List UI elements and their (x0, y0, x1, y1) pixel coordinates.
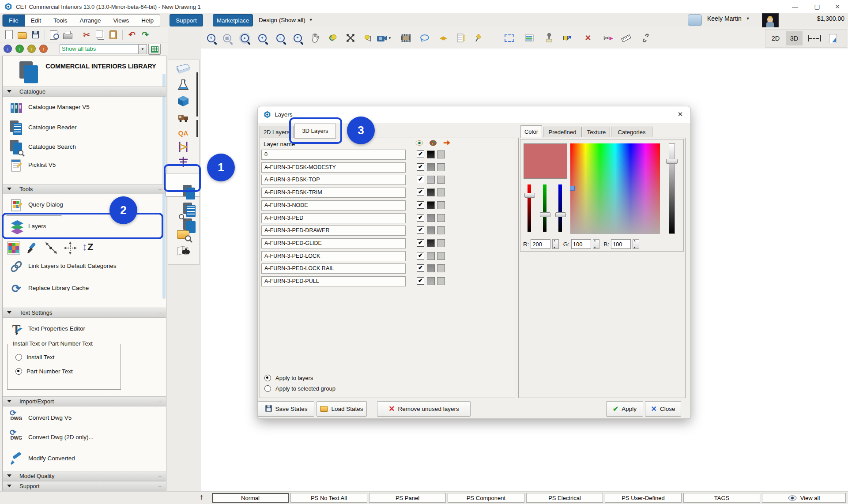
layer-name-field[interactable]: A-FURN-3-FDSK-TRIM (261, 188, 406, 198)
sidebar-item-catalogue-search[interactable]: Catalogue Search (3, 138, 166, 158)
layer-name-field[interactable]: 0 (261, 150, 406, 160)
layer-visible-checkbox[interactable]: ✔ (417, 163, 424, 171)
load-states-button[interactable]: Load States (317, 401, 367, 417)
layer-color-swatch[interactable] (427, 214, 435, 222)
status-filter-ps-electrical[interactable]: PS Electrical (526, 493, 603, 503)
menu-help[interactable]: Help (135, 15, 160, 26)
strip-tab-book-binoculars[interactable] (170, 244, 197, 259)
layer-row[interactable]: A-FURN-3-PED-GLIDE✔ (261, 238, 513, 249)
sidebar-item-link-layers[interactable]: Link Layers to Default Categories (3, 257, 166, 277)
save-states-button[interactable]: Save States (258, 401, 314, 417)
layer-visible-checkbox[interactable]: ✔ (417, 214, 424, 222)
lasso-select-icon[interactable] (418, 32, 431, 44)
unlink-chain-icon[interactable] (639, 32, 652, 44)
undo-icon[interactable]: ↶ (127, 30, 137, 40)
red-slider-handle[interactable] (524, 193, 535, 198)
node-snap-icon[interactable] (45, 241, 58, 256)
zoom-out-icon[interactable]: − (274, 32, 287, 44)
status-filter-ps-component[interactable]: PS Component (448, 493, 524, 503)
zoom-previous-icon[interactable]: ± (291, 32, 304, 44)
g-input[interactable] (571, 239, 591, 249)
camera-snapshot-button[interactable] (688, 14, 702, 26)
print-preview-icon[interactable] (49, 30, 60, 40)
layer-material-swatch[interactable] (437, 163, 445, 171)
open-folder-icon[interactable] (17, 30, 27, 40)
select-marquee-icon[interactable] (503, 32, 516, 44)
g-spinner[interactable] (593, 239, 599, 249)
strip-tab-folder-search[interactable] (170, 227, 197, 242)
layer-row[interactable]: 0✔ (261, 150, 513, 161)
delete-red-x-icon[interactable]: × (581, 32, 595, 44)
layer-row[interactable]: A-FURN-3-PED✔ (261, 213, 513, 224)
view-all-button[interactable]: View all (762, 493, 846, 503)
layer-material-swatch[interactable] (437, 188, 445, 196)
eyedropper-icon[interactable] (26, 241, 39, 256)
pushpin-icon[interactable] (472, 32, 485, 44)
zoom-extents-icon[interactable]: ⌕ (238, 32, 251, 44)
layer-material-swatch[interactable] (437, 226, 445, 234)
layer-row[interactable]: A-FURN-3-PED-DRAWER✔ (261, 226, 513, 237)
move-resize-icon[interactable]: ↗ (562, 32, 575, 44)
zoom-pages-icon[interactable]: ▦ (220, 32, 234, 44)
apply-button[interactable]: ✔ Apply (606, 401, 643, 417)
sidebar-item-convert-dwg-v5[interactable]: DWG⟳ Convert Dwg V5 (3, 409, 166, 429)
layer-row[interactable]: A-FURN-3-PED-PULL✔ (261, 276, 513, 287)
blue-slider[interactable] (558, 184, 562, 232)
radio-apply-to-selected-group[interactable]: Apply to selected group (264, 385, 335, 392)
redo-icon[interactable]: ↷ (140, 30, 151, 40)
paste-icon[interactable] (108, 30, 118, 40)
walk-view-icon[interactable]: ◁ (362, 32, 375, 44)
menu-tools[interactable]: Tools (47, 15, 74, 26)
layer-color-swatch[interactable] (427, 188, 435, 196)
strip-tab-train[interactable] (170, 110, 197, 126)
layer-visible-checkbox[interactable]: ✔ (417, 252, 424, 260)
camera-view-icon[interactable]: ▼ (377, 32, 391, 44)
render-film-icon[interactable] (399, 32, 412, 44)
measure-ruler-icon[interactable] (619, 32, 633, 44)
layer-material-swatch[interactable] (437, 277, 445, 285)
menu-arrange[interactable]: Arrange (74, 15, 107, 26)
collapse-blue-icon[interactable]: ↓ (4, 45, 12, 53)
strip-tab-catalogue-search[interactable] (170, 211, 197, 226)
menu-edit[interactable]: Edit (25, 15, 47, 26)
b-input[interactable] (611, 239, 631, 249)
select-list-icon[interactable] (523, 32, 536, 44)
r-input[interactable] (531, 239, 550, 249)
radio-part-number-text[interactable]: Part Number Text (15, 368, 73, 375)
section-catalogue[interactable]: Catalogue → (3, 87, 166, 97)
green-slider[interactable] (543, 184, 546, 232)
layer-row[interactable]: A-FURN-3-FDSK-TOP✔ (261, 175, 513, 186)
up-arrow-icon[interactable]: ↑ (200, 493, 204, 502)
layer-color-swatch[interactable] (427, 252, 435, 260)
dialog-close-icon[interactable]: ✕ (675, 110, 685, 119)
cut-icon[interactable]: ✂ (81, 30, 92, 40)
layer-row[interactable]: A-FURN-3-PED-LOCK RAIL✔ (261, 263, 513, 275)
flip-arrows-icon[interactable]: ◀▶ (437, 32, 450, 44)
hue-gradient-field[interactable] (570, 143, 660, 234)
layer-material-swatch[interactable] (437, 150, 445, 158)
show-all-tabs-select[interactable]: Show all tabs (60, 44, 143, 53)
layer-row[interactable]: A-FURN-3-FDSK-TRIM✔ (261, 188, 513, 199)
minimize-button[interactable]: — (786, 0, 804, 13)
tab-color[interactable]: Color (520, 125, 542, 138)
status-filter-ps-user-defined[interactable]: PS User-Defined (605, 493, 682, 503)
close-button[interactable]: ✕ (829, 0, 846, 13)
layer-color-swatch[interactable] (427, 150, 435, 158)
layer-color-swatch[interactable] (427, 163, 435, 171)
bom-list-icon[interactable] (454, 32, 467, 44)
layer-color-swatch[interactable] (427, 176, 435, 184)
layer-color-swatch[interactable] (427, 239, 435, 247)
sidebar-item-catalogue-reader[interactable]: Catalogue Reader (3, 119, 166, 138)
clamp-glue-icon[interactable] (543, 32, 556, 44)
maximize-button[interactable]: ▢ (808, 0, 826, 13)
z-order-icon[interactable]: ↕Z (82, 241, 93, 253)
value-slider[interactable] (669, 143, 675, 234)
sidebar-item-convert-dwg-2d[interactable]: DWG⟳ Convert Dwg (2D only)... (3, 429, 166, 448)
layer-visible-checkbox[interactable]: ✔ (417, 188, 424, 196)
layer-row[interactable]: A-FURN-3-PED-LOCK✔ (261, 251, 513, 262)
support-button[interactable]: Support (170, 14, 203, 26)
section-text-settings[interactable]: Text Settings → (3, 308, 166, 318)
layer-name-field[interactable]: A-FURN-3-PED-LOCK RAIL (261, 263, 406, 274)
color-palette-icon[interactable] (7, 241, 20, 256)
tab-categories[interactable]: Categories (611, 127, 652, 137)
